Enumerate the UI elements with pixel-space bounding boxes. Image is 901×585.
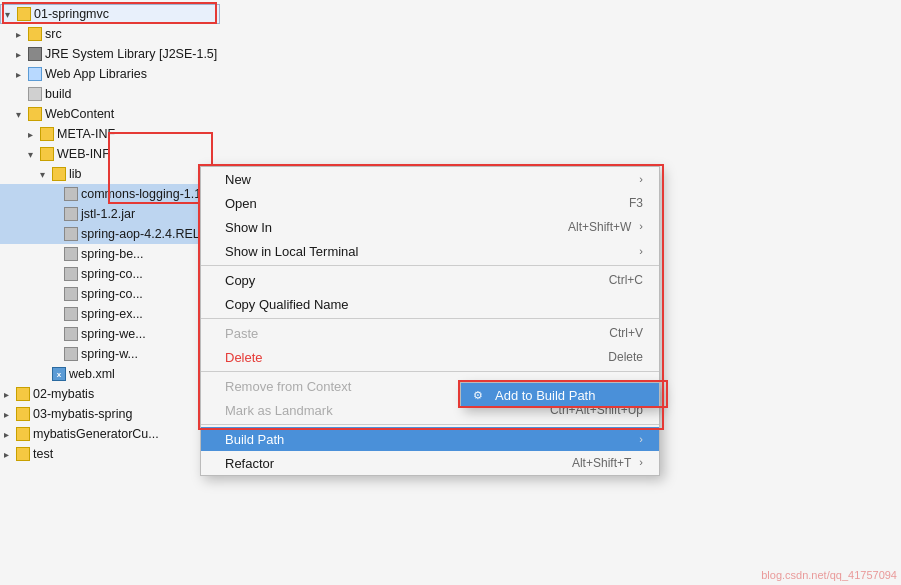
tree-item-mybatis-gen[interactable]: ▸ mybatisGeneratorCu... <box>0 424 220 444</box>
folder-icon-build <box>28 87 42 101</box>
arrow-webinf: ▾ <box>28 149 40 160</box>
project-icon-mybatis-gen <box>16 427 30 441</box>
tree-label-springbe: spring-be... <box>81 247 144 261</box>
menu-label-open: Open <box>225 196 257 211</box>
tree-label-springco2: spring-co... <box>81 287 143 301</box>
tree-label-metainf: META-INF <box>57 127 115 141</box>
menu-item-delete[interactable]: Delete Delete <box>201 345 659 369</box>
tree-label-webapplib: Web App Libraries <box>45 67 147 81</box>
tree-label-springco: spring-co... <box>81 267 143 281</box>
tree-item-spring-we2[interactable]: ▸ spring-w... <box>0 344 220 364</box>
ide-panel: ▾ 01-springmvc ▸ src ▸ JRE System Librar… <box>0 0 901 585</box>
tree-item-mybatis-spring[interactable]: ▸ 03-mybatis-spring <box>0 404 220 424</box>
menu-sep-4 <box>201 424 659 425</box>
arrow-jre: ▸ <box>16 49 28 60</box>
tree-item-webxml[interactable]: ▸ x web.xml <box>0 364 220 384</box>
menu-item-show-terminal[interactable]: Show in Local Terminal › <box>201 239 659 263</box>
project-icon-mybatis <box>16 387 30 401</box>
tree-label-jre: JRE System Library [J2SE-1.5] <box>45 47 217 61</box>
tree-item-build[interactable]: ▸ build <box>0 84 220 104</box>
tree-item-spring-co2[interactable]: ▸ spring-co... <box>0 284 220 304</box>
build-path-submenu: ⚙ Add to Build Path <box>460 382 660 408</box>
menu-label-delete: Delete <box>225 350 263 365</box>
tree-item-lib[interactable]: ▾ lib <box>0 164 220 184</box>
arrow-webcontent: ▾ <box>16 109 28 120</box>
menu-item-new[interactable]: New › <box>201 167 659 191</box>
menu-label-paste: Paste <box>225 326 258 341</box>
menu-label-new: New <box>225 172 251 187</box>
menu-item-paste[interactable]: Paste Ctrl+V <box>201 321 659 345</box>
tree-item-spring-aop[interactable]: ▸ spring-aop-4.2.4.RELEASE.jar <box>0 224 220 244</box>
tree-item-webcontent[interactable]: ▾ WebContent <box>0 104 220 124</box>
tree-item-test[interactable]: ▸ test <box>0 444 220 464</box>
arrow-mybatis: ▸ <box>4 389 16 400</box>
jar-icon-springex <box>64 307 78 321</box>
menu-sep-2 <box>201 318 659 319</box>
menu-item-show-in[interactable]: Show In Alt+Shift+W › <box>201 215 659 239</box>
jar-icon-jstl <box>64 207 78 221</box>
menu-sep-3 <box>201 371 659 372</box>
tree-item-spring-co[interactable]: ▸ spring-co... <box>0 264 220 284</box>
project-tree: ▾ 01-springmvc ▸ src ▸ JRE System Librar… <box>0 0 220 585</box>
tree-item-spring-we[interactable]: ▸ spring-we... <box>0 324 220 344</box>
tree-item-jstl[interactable]: ▸ jstl-1.2.jar <box>0 204 220 224</box>
tree-item-springmvc[interactable]: ▾ 01-springmvc <box>0 4 220 24</box>
tree-label-mybatis: 02-mybatis <box>33 387 94 401</box>
jar-icon-springwe <box>64 327 78 341</box>
menu-item-open[interactable]: Open F3 <box>201 191 659 215</box>
menu-label-remove-context: Remove from Context <box>225 379 351 394</box>
tree-label-jstl: jstl-1.2.jar <box>81 207 135 221</box>
tree-item-spring-be[interactable]: ▸ spring-be... <box>0 244 220 264</box>
folder-icon-lib <box>52 167 66 181</box>
menu-label-copy-qualified: Copy Qualified Name <box>225 297 349 312</box>
tree-item-mybatis[interactable]: ▸ 02-mybatis <box>0 384 220 404</box>
tree-item-webapplib[interactable]: ▸ Web App Libraries <box>0 64 220 84</box>
jar-icon-springaop <box>64 227 78 241</box>
build-path-icon: ⚙ <box>473 387 489 403</box>
submenu-item-add-to-build-path[interactable]: ⚙ Add to Build Path <box>461 383 659 407</box>
tree-label-springwe2: spring-w... <box>81 347 138 361</box>
menu-item-refactor[interactable]: Refactor Alt+Shift+T › <box>201 451 659 475</box>
tree-item-commons-logging[interactable]: ▸ commons-logging-1.1.1.jar <box>0 184 220 204</box>
jar-icon-springwe2 <box>64 347 78 361</box>
folder-icon-webcontent <box>28 107 42 121</box>
menu-arrow-refactor: › <box>639 456 643 470</box>
menu-shortcut-show-in: Alt+Shift+W <box>568 220 631 234</box>
menu-item-copy[interactable]: Copy Ctrl+C <box>201 268 659 292</box>
menu-arrow-show-in: › <box>639 220 643 234</box>
tree-item-jre[interactable]: ▸ JRE System Library [J2SE-1.5] <box>0 44 220 64</box>
jre-icon <box>28 47 42 61</box>
menu-item-build-path[interactable]: Build Path › <box>201 427 659 451</box>
menu-shortcut-delete: Delete <box>608 350 643 364</box>
menu-label-refactor: Refactor <box>225 456 274 471</box>
tree-label-springwe: spring-we... <box>81 327 146 341</box>
xml-icon-webxml: x <box>52 367 66 381</box>
arrow-mybatis-spring: ▸ <box>4 409 16 420</box>
tree-item-spring-ex[interactable]: ▸ spring-ex... <box>0 304 220 324</box>
jar-icon-commons <box>64 187 78 201</box>
arrow-mybatis-gen: ▸ <box>4 429 16 440</box>
tree-item-webinf[interactable]: ▾ WEB-INF <box>0 144 220 164</box>
submenu-label-add-to-build-path: Add to Build Path <box>495 388 595 403</box>
tree-label-lib: lib <box>69 167 82 181</box>
tree-label-webinf: WEB-INF <box>57 147 110 161</box>
menu-label-copy: Copy <box>225 273 255 288</box>
watermark: blog.csdn.net/qq_41757094 <box>761 569 897 581</box>
menu-arrow-build-path: › <box>639 433 643 445</box>
tree-label-springex: spring-ex... <box>81 307 143 321</box>
menu-shortcut-refactor: Alt+Shift+T <box>572 456 631 470</box>
tree-item-src[interactable]: ▸ src <box>0 24 220 44</box>
project-icon-test <box>16 447 30 461</box>
tree-label-springmvc: 01-springmvc <box>34 7 109 21</box>
menu-item-copy-qualified[interactable]: Copy Qualified Name <box>201 292 659 316</box>
menu-shortcut-copy: Ctrl+C <box>609 273 643 287</box>
tree-item-metainf[interactable]: ▸ META-INF <box>0 124 220 144</box>
jar-icon-springco2 <box>64 287 78 301</box>
folder-icon-metainf <box>40 127 54 141</box>
jar-icon-springbe <box>64 247 78 261</box>
context-menu: New › Open F3 Show In Alt+Shift+W › Show… <box>200 166 660 476</box>
menu-label-mark-landmark: Mark as Landmark <box>225 403 333 418</box>
tree-label-mybatis-gen: mybatisGeneratorCu... <box>33 427 159 441</box>
menu-shortcut-paste: Ctrl+V <box>609 326 643 340</box>
menu-shortcut-open: F3 <box>629 196 643 210</box>
